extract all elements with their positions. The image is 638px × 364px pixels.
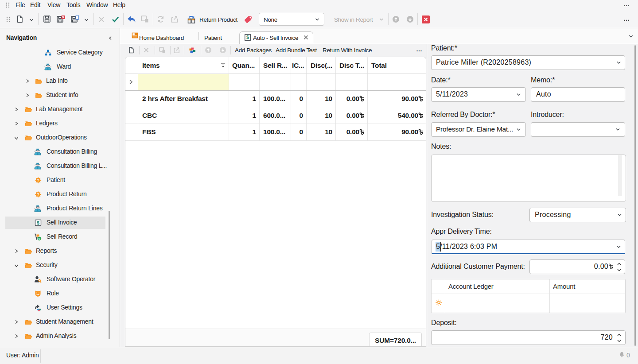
svg-text:?: ?	[37, 178, 39, 182]
svg-text:?: ?	[37, 192, 39, 197]
svg-text:$: $	[37, 221, 39, 225]
svg-text:$: $	[246, 35, 249, 40]
